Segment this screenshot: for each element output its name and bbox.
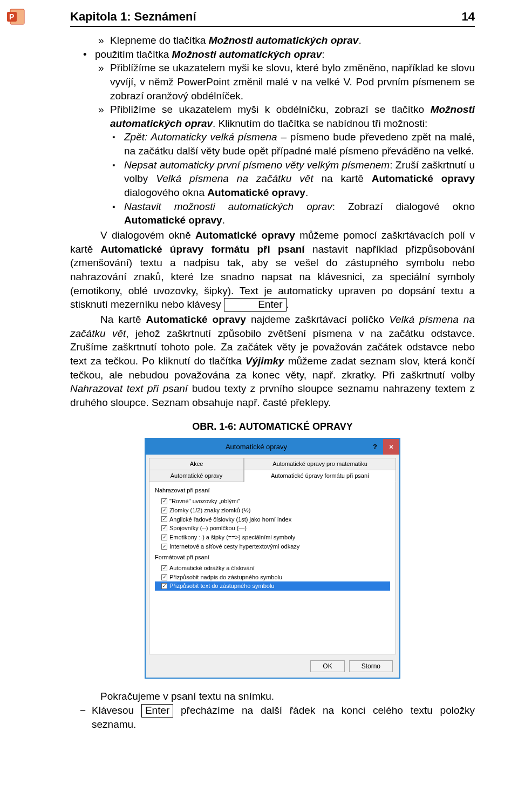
bullet-raquo: »	[98, 61, 110, 103]
body-text: » Klepneme do tlačítka Možnosti automati…	[70, 33, 475, 731]
checkbox-row[interactable]: "Rovné" uvozovky „oblými"	[155, 497, 390, 506]
tab-actions[interactable]: Akce	[149, 458, 244, 470]
sq-3: Nastavit možnosti automatických oprav: Z…	[124, 200, 475, 227]
checkbox-row[interactable]: Emotikony :-) a šipky (==>) speciálními …	[155, 533, 390, 542]
bullet-disc: •	[83, 48, 95, 62]
checkbox-row[interactable]: Spojovníky (--) pomlčkou (—)	[155, 524, 390, 533]
checkbox-label: Spojovníky (--) pomlčkou (—)	[169, 524, 247, 532]
checkbox-label: Emotikony :-) a šipky (==>) speciálními …	[169, 533, 295, 542]
bullet-raquo: »	[98, 33, 110, 48]
checkbox-icon	[161, 525, 167, 531]
checkbox-label: Internetové a síťové cesty hypertextovým…	[169, 543, 299, 551]
checkbox-icon	[161, 516, 167, 522]
page-header: Kapitola 1: Seznámení 14	[70, 0, 475, 27]
cancel-button[interactable]: Storno	[349, 660, 393, 672]
paragraph-2: Na kartě Automatické opravy najdeme zašk…	[70, 313, 475, 409]
checkbox-icon	[161, 498, 167, 504]
key-enter: Enter	[224, 298, 286, 312]
checkbox-label: Přizpůsobit nadpis do zástupného symbolu	[169, 573, 282, 581]
checkbox-label: "Rovné" uvozovky „oblými"	[169, 497, 240, 505]
dialog-body: Akce Automatické opravy pro matematiku A…	[146, 455, 399, 678]
line-3: Přiblížíme se ukazatelem myši ke slovu, …	[110, 61, 475, 103]
checkbox-row[interactable]: Automatické odrážky a číslování	[155, 564, 390, 573]
dialog-titlebar: Automatické opravy ? ×	[146, 439, 399, 455]
autocorrect-dialog: Automatické opravy ? × Akce Automatické …	[145, 438, 400, 679]
dialog-title: Automatické opravy	[146, 439, 367, 455]
dialog-buttons: OK Storno	[149, 655, 396, 672]
checkbox-icon	[161, 565, 167, 571]
checkbox-row[interactable]: Zlomky (1/2) znaky zlomků (½)	[155, 506, 390, 515]
bullet-dash: −	[80, 703, 92, 731]
checkbox-row[interactable]: Přizpůsobit nadpis do zástupného symbolu	[155, 573, 390, 582]
sq-1: Zpět: Automaticky velká písmena – písmen…	[124, 130, 475, 158]
closing-line-2: Klávesou Enter přecházíme na další řádek…	[92, 703, 475, 731]
close-button[interactable]: ×	[383, 439, 399, 455]
bullet-square: ▪	[112, 200, 124, 227]
checkbox-icon	[161, 583, 167, 589]
bullet-square: ▪	[112, 130, 124, 158]
svg-text:P: P	[9, 12, 14, 21]
line-2: použitím tlačítka Možnosti automatických…	[95, 48, 475, 62]
figure-caption: OBR. 1-6: AUTOMATICKÉ OPRAVY	[70, 420, 475, 433]
key-enter: Enter	[141, 704, 173, 718]
checkbox-row[interactable]: Anglické řadové číslovky (1st) jako horn…	[155, 515, 390, 524]
line-1: Klepneme do tlačítka Možnosti automatick…	[110, 33, 475, 48]
powerpoint-icon: P	[6, 8, 25, 26]
chapter-title: Kapitola 1: Seznámení	[70, 10, 196, 24]
checkbox-row-selected[interactable]: Přizpůsobit text do zástupného symbolu	[155, 581, 390, 591]
checkbox-label: Zlomky (1/2) znaky zlomků (½)	[169, 506, 250, 515]
tab-autoformat-as-you-type[interactable]: Automatické úpravy formátu při psaní	[244, 470, 396, 482]
tab-autocorrect[interactable]: Automatické opravy	[149, 470, 244, 482]
bullet-square: ▪	[112, 158, 124, 200]
checkbox-label: Anglické řadové číslovky (1st) jako horn…	[169, 516, 291, 524]
tab-math-autocorrect[interactable]: Automatické opravy pro matematiku	[244, 458, 396, 470]
ok-button[interactable]: OK	[310, 660, 344, 672]
checkbox-icon	[161, 574, 167, 580]
dialog-tabs: Akce Automatické opravy pro matematiku A…	[149, 458, 396, 482]
checkbox-label: Automatické odrážky a číslování	[169, 564, 255, 572]
section-replace: Nahrazovat při psaní	[155, 486, 390, 495]
checkbox-row[interactable]: Internetové a síťové cesty hypertextovým…	[155, 542, 390, 551]
checkbox-label: Přizpůsobit text do zástupného symbolu	[169, 582, 274, 590]
section-format: Formátovat při psaní	[155, 553, 390, 561]
checkbox-icon	[161, 544, 167, 550]
paragraph-1: V dialogovém okně Automatické opravy můž…	[70, 228, 475, 312]
sq-2: Nepsat automaticky první písmeno věty ve…	[124, 158, 475, 200]
bullet-raquo: »	[98, 103, 110, 130]
line-4: Přiblížíme se ukazatelem myši k obdélníč…	[110, 103, 475, 130]
options-panel: Nahrazovat při psaní "Rovné" uvozovky „o…	[149, 482, 396, 654]
checkbox-icon	[161, 534, 167, 540]
closing-line-1: Pokračujeme v psaní textu na snímku.	[70, 689, 475, 703]
checkbox-icon	[161, 508, 167, 513]
page-number: 14	[462, 10, 475, 24]
help-button[interactable]: ?	[367, 439, 383, 455]
closing-block: Pokračujeme v psaní textu na snímku. − K…	[70, 689, 475, 731]
